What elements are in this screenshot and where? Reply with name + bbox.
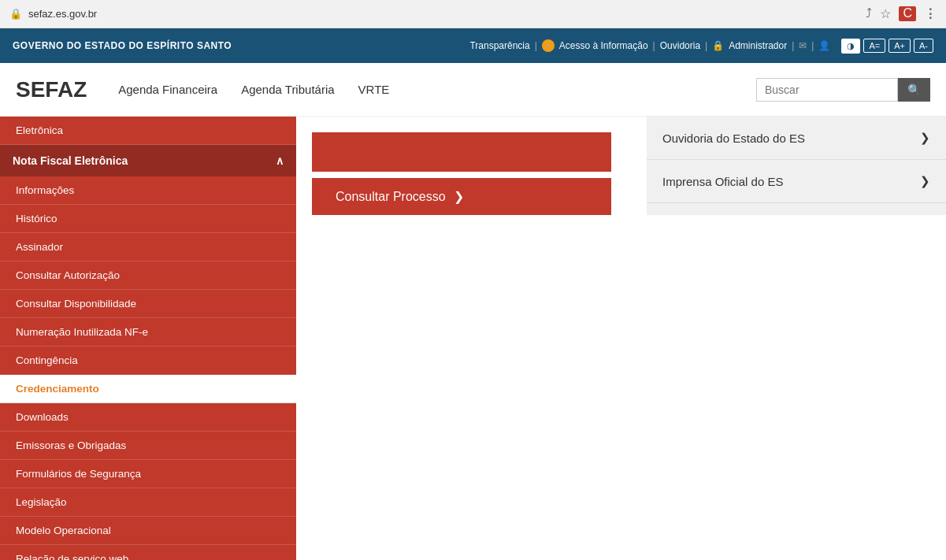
sidebar-item-emissoras-obrigadas[interactable]: Emissoras e Obrigadas (0, 432, 296, 460)
imprensa-label: Imprensa Oficial do ES (662, 175, 783, 188)
gov-links: Transparência | i Acesso à Informação | … (469, 39, 933, 54)
sidebar-item-downloads[interactable]: Downloads (0, 403, 296, 432)
contrast-toggle-btn[interactable]: ◑ (841, 39, 860, 54)
consultar-processo-label: Consultar Processo (336, 190, 446, 204)
menu-icon[interactable]: ⋮ (924, 6, 937, 21)
mail-icon[interactable]: ✉ (799, 40, 807, 51)
gov-title: GOVERNO DO ESTADO DO ESPÍRITO SANTO (13, 40, 469, 51)
sidebar-item-credenciamento[interactable]: Credenciamento (0, 375, 296, 403)
ouvidoria-link[interactable]: Ouvidoria (660, 40, 700, 51)
site-header: SEFAZ Agenda Financeira Agenda Tributári… (0, 63, 946, 117)
extension-icon[interactable]: C (899, 6, 916, 21)
sidebar-item-modelo-operacional[interactable]: Modelo Operacional (0, 517, 296, 545)
font-size-normal-btn[interactable]: A= (863, 39, 885, 53)
nav-vrte[interactable]: VRTE (358, 83, 390, 96)
imprensa-chevron-icon: ❯ (920, 174, 930, 188)
right-panel-ouvidoria[interactable]: Ouvidoria do Estado do ES ❯ (647, 117, 946, 160)
sidebar-item-consultar-autorizacao[interactable]: Consultar Autorização (0, 261, 296, 290)
sidebar: Eletrônica Nota Fiscal Eletrônica ∧ Info… (0, 117, 296, 560)
share-icon[interactable]: ⤴ (866, 6, 872, 21)
sidebar-item-informacoes[interactable]: Informações (0, 176, 296, 205)
sidebar-item-relacao-servico-web[interactable]: Relação de serviço web (0, 545, 296, 560)
sidebar-item-consultar-disponibilidade[interactable]: Consultar Disponibilidade (0, 290, 296, 318)
form-placeholder (312, 132, 611, 172)
right-panel-imprensa[interactable]: Imprensa Oficial do ES ❯ (647, 160, 946, 203)
sidebar-item-contingencia[interactable]: Contingência (0, 347, 296, 375)
transparencia-link[interactable]: Transparência (469, 40, 529, 51)
gov-bar: GOVERNO DO ESTADO DO ESPÍRITO SANTO Tran… (0, 28, 946, 63)
sidebar-section-nfe-label: Nota Fiscal Eletrônica (13, 154, 128, 167)
ouvidoria-chevron-icon: ❯ (920, 131, 930, 145)
right-panel: Ouvidoria do Estado do ES ❯ Imprensa Ofi… (647, 117, 946, 215)
ouvidoria-label: Ouvidoria do Estado do ES (662, 132, 805, 145)
content-panels: Consultar Processo ❯ Ouvidoria do Estado… (296, 117, 946, 215)
sidebar-item-numeracao-inutilizada[interactable]: Numeração Inutilizada NF-e (0, 318, 296, 347)
sidebar-items-list: Informações Histórico Assinador Consulta… (0, 176, 296, 560)
nav-agenda-financeira[interactable]: Agenda Financeira (118, 83, 217, 96)
sidebar-item-eletronica[interactable]: Eletrônica (0, 117, 296, 145)
acesso-info-link[interactable]: Acesso à Informação (559, 40, 648, 51)
site-logo[interactable]: SEFAZ (16, 77, 87, 102)
sidebar-item-formularios-seguranca[interactable]: Formulários de Segurança (0, 460, 296, 488)
admin-link[interactable]: Administrador (729, 40, 787, 51)
main-content: Eletrônica Nota Fiscal Eletrônica ∧ Info… (0, 117, 946, 560)
center-panel: Consultar Processo ❯ (296, 117, 647, 215)
sidebar-item-historico[interactable]: Histórico (0, 205, 296, 233)
info-icon: i (542, 39, 555, 52)
nav-agenda-tributaria[interactable]: Agenda Tributária (241, 83, 334, 96)
main-nav: Agenda Financeira Agenda Tributária VRTE (118, 83, 756, 96)
sidebar-item-legislacao[interactable]: Legislação (0, 488, 296, 517)
sidebar-item-assinador[interactable]: Assinador (0, 233, 296, 261)
search-button[interactable]: 🔍 (898, 78, 930, 102)
consultar-processo-button[interactable]: Consultar Processo ❯ (312, 178, 611, 215)
center-content: Consultar Processo ❯ Ouvidoria do Estado… (296, 117, 946, 560)
font-size-decrease-btn[interactable]: A- (914, 39, 933, 53)
person-icon[interactable]: 👤 (818, 40, 830, 51)
browser-url: sefaz.es.gov.br (28, 8, 859, 20)
font-size-increase-btn[interactable]: A+ (888, 39, 911, 53)
search-input[interactable] (756, 78, 898, 102)
chevron-up-icon: ∧ (276, 154, 284, 167)
search-area: 🔍 (756, 78, 930, 102)
browser-bar: 🔒 sefaz.es.gov.br ⤴ ☆ C ⋮ (0, 0, 946, 28)
browser-action-icons: ⤴ ☆ C ⋮ (866, 6, 937, 21)
consultar-chevron-icon: ❯ (454, 189, 464, 204)
lock-icon: 🔒 (9, 8, 22, 20)
contrast-controls: ◑ A= A+ A- (841, 39, 933, 54)
sidebar-section-nfe[interactable]: Nota Fiscal Eletrônica ∧ (0, 145, 296, 176)
admin-lock-icon: 🔒 (712, 40, 724, 51)
bookmark-icon[interactable]: ☆ (880, 6, 891, 21)
